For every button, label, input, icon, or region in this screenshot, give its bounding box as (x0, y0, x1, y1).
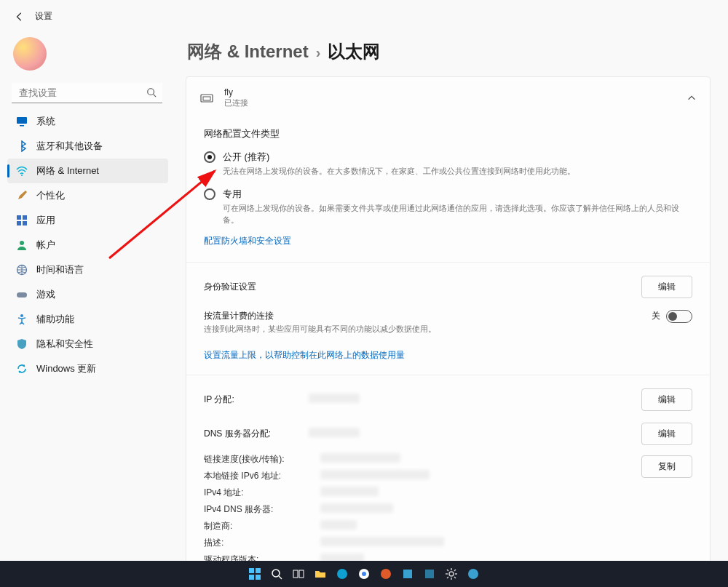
taskbar-edge[interactable] (333, 565, 351, 583)
sidebar-item-label: 隐私和安全性 (36, 338, 93, 351)
kv-link-speed: 链接速度(接收/传输): (204, 453, 320, 466)
svg-rect-20 (256, 568, 261, 573)
svg-rect-8 (23, 221, 27, 225)
svg-rect-5 (17, 215, 21, 220)
taskbar (0, 561, 728, 587)
main-content: 网络 & Internet › 以太网 fly 已连接 网络配置文件类型 公开 … (171, 28, 728, 564)
breadcrumb: 网络 & Internet › 以太网 (187, 40, 711, 63)
search-input[interactable] (12, 83, 162, 103)
sidebar-item-apps[interactable]: 应用 (7, 208, 168, 233)
svg-point-4 (21, 175, 23, 176)
metered-desc: 连接到此网络时，某些应用可能具有不同的功能以减少数据使用。 (204, 324, 641, 335)
taskbar-taskview[interactable] (290, 565, 307, 583)
svg-line-1 (154, 95, 157, 97)
svg-line-24 (279, 576, 282, 579)
connection-status: 已连接 (224, 97, 676, 108)
brush-icon (16, 190, 28, 201)
ip-edit-button[interactable]: 编辑 (641, 388, 692, 411)
back-icon[interactable] (15, 12, 25, 22)
metered-toggle-label: 关 (652, 310, 660, 322)
svg-rect-11 (17, 292, 27, 298)
svg-rect-21 (249, 575, 254, 580)
shield-icon (16, 338, 28, 350)
sidebar-item-label: 系统 (36, 115, 55, 128)
bluetooth-icon (16, 140, 28, 152)
metered-toggle[interactable] (666, 310, 692, 323)
taskbar-chrome[interactable] (355, 565, 373, 583)
gamepad-icon (16, 289, 28, 300)
taskbar-search[interactable] (268, 565, 285, 583)
svg-point-29 (362, 572, 366, 576)
profile-section-title: 网络配置文件类型 (204, 127, 692, 140)
svg-point-27 (337, 569, 347, 579)
sidebar-nav: 系统 蓝牙和其他设备 网络 & Internet 个性化 应用 帐户 (7, 109, 168, 381)
sidebar-item-privacy[interactable]: 隐私和安全性 (7, 332, 168, 356)
sidebar-item-label: 应用 (36, 214, 55, 227)
breadcrumb-current: 以太网 (328, 40, 380, 63)
sidebar-item-accounts[interactable]: 帐户 (7, 233, 168, 257)
ethernet-card: fly 已连接 网络配置文件类型 公开 (推荐) 无法在网络上发现你的设备。在大… (186, 76, 711, 564)
radio-private-label: 专用 (223, 188, 692, 201)
chevron-right-icon: › (316, 44, 321, 61)
copy-button[interactable]: 复制 (641, 455, 692, 478)
svg-rect-25 (293, 570, 298, 578)
svg-rect-26 (299, 570, 304, 578)
sidebar-item-label: 时间和语言 (36, 263, 84, 276)
sidebar-item-personalization[interactable]: 个性化 (7, 183, 168, 208)
svg-point-0 (148, 89, 154, 95)
svg-rect-31 (403, 570, 412, 578)
sidebar-item-gaming[interactable]: 游戏 (7, 282, 168, 307)
sidebar-item-label: 辅助功能 (36, 313, 74, 326)
sidebar-item-system[interactable]: 系统 (7, 109, 168, 134)
sidebar-item-accessibility[interactable]: 辅助功能 (7, 307, 168, 332)
app-title: 设置 (35, 10, 52, 23)
data-limit-link[interactable]: 设置流量上限，以帮助控制在此网络上的数据使用量 (204, 349, 405, 362)
taskbar-settings[interactable] (443, 565, 460, 583)
auth-edit-button[interactable]: 编辑 (641, 276, 692, 298)
search-icon (146, 87, 157, 97)
globe-icon (16, 264, 28, 276)
sidebar-item-label: 蓝牙和其他设备 (36, 140, 103, 153)
breadcrumb-parent[interactable]: 网络 & Internet (187, 40, 309, 63)
svg-rect-3 (20, 125, 24, 127)
sidebar-item-label: Windows 更新 (36, 362, 96, 375)
sidebar-item-label: 游戏 (36, 288, 55, 301)
svg-rect-14 (203, 97, 210, 100)
radio-public-desc: 无法在网络上发现你的设备。在大多数情况下，在家庭、工作或公共位置连接到网络时使用… (223, 165, 575, 177)
svg-rect-7 (17, 221, 21, 225)
start-button[interactable] (246, 565, 264, 583)
sidebar: 系统 蓝牙和其他设备 网络 & Internet 个性化 应用 帐户 (0, 28, 171, 564)
radio-public[interactable] (204, 151, 215, 163)
sidebar-item-label: 个性化 (36, 189, 65, 202)
taskbar-explorer[interactable] (312, 565, 329, 583)
svg-point-34 (468, 569, 478, 579)
connection-name: fly (224, 87, 676, 97)
sidebar-item-network[interactable]: 网络 & Internet (7, 159, 168, 183)
taskbar-app4[interactable] (464, 565, 482, 583)
radio-public-label: 公开 (推荐) (223, 151, 575, 164)
firewall-link[interactable]: 配置防火墙和安全设置 (204, 235, 291, 247)
kv-manufacturer: 制造商: (204, 520, 320, 532)
kv-ipv6: 本地链接 IPv6 地址: (204, 470, 320, 482)
radio-private[interactable] (204, 188, 215, 200)
accessibility-icon (16, 314, 28, 325)
wifi-icon (16, 165, 28, 177)
svg-point-30 (381, 569, 391, 579)
taskbar-app2[interactable] (399, 565, 416, 583)
taskbar-app1[interactable] (377, 565, 395, 583)
user-avatar[interactable] (13, 37, 47, 71)
dns-edit-button[interactable]: 编辑 (641, 423, 692, 445)
svg-point-9 (20, 241, 24, 245)
sidebar-item-bluetooth[interactable]: 蓝牙和其他设备 (7, 134, 168, 159)
monitor-icon (16, 116, 28, 127)
sidebar-item-update[interactable]: Windows 更新 (7, 356, 168, 381)
svg-rect-22 (256, 575, 261, 580)
taskbar-app3[interactable] (421, 565, 438, 583)
kv-ipv4-dns: IPv4 DNS 服务器: (204, 503, 320, 516)
chevron-up-icon[interactable] (687, 93, 697, 103)
update-icon (16, 363, 28, 375)
auth-label: 身份验证设置 (204, 281, 631, 293)
sidebar-item-time-language[interactable]: 时间和语言 (7, 257, 168, 282)
svg-point-12 (20, 314, 23, 317)
ethernet-icon (199, 91, 214, 105)
